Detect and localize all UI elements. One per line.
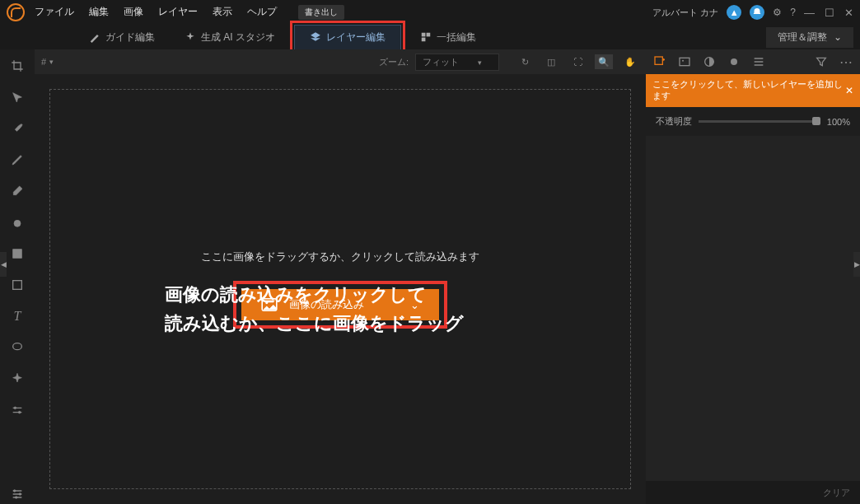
svg-point-18 bbox=[731, 58, 737, 65]
svg-point-16 bbox=[682, 60, 684, 62]
svg-point-10 bbox=[19, 493, 21, 496]
fullscreen-icon[interactable]: ⛶ bbox=[568, 54, 587, 69]
list-icon[interactable] bbox=[751, 54, 766, 69]
batch-icon bbox=[420, 31, 432, 43]
main-menu: ファイル 編集 画像 レイヤー 表示 ヘルプ 書き出し bbox=[35, 5, 344, 20]
right-collapse-handle[interactable]: ▶ bbox=[853, 252, 860, 277]
export-button[interactable]: 書き出し bbox=[298, 5, 344, 20]
canvas-toolbar: # ▾ ズーム: フィット ▾ ↻ ◫ ⛶ 🔍 ✋ bbox=[35, 49, 646, 74]
right-panel: ⋯ ここをクリックして、新しいレイヤーを追加します ✕ 不透明度 100% クリ… bbox=[646, 49, 860, 504]
notification-icon[interactable] bbox=[750, 5, 764, 20]
opacity-slider[interactable] bbox=[699, 120, 820, 123]
maximize-button[interactable]: ☐ bbox=[825, 7, 834, 19]
menu-help[interactable]: ヘルプ bbox=[247, 5, 277, 20]
settings-tool-icon[interactable] bbox=[7, 484, 27, 504]
opacity-label: 不透明度 bbox=[656, 115, 692, 128]
svg-rect-0 bbox=[422, 33, 426, 37]
panel-toolbar: ⋯ bbox=[646, 49, 860, 74]
mode-label: ガイド編集 bbox=[105, 30, 155, 44]
close-button[interactable]: ✕ bbox=[844, 7, 853, 19]
minimize-button[interactable]: — bbox=[804, 7, 815, 19]
crop-tool-icon[interactable] bbox=[7, 56, 27, 76]
svg-rect-4 bbox=[13, 250, 22, 259]
clear-button[interactable]: クリア bbox=[823, 487, 850, 499]
layers-icon bbox=[310, 31, 321, 43]
layer-list bbox=[646, 136, 860, 481]
filter-icon[interactable] bbox=[814, 54, 829, 69]
chevron-down-icon: ▾ bbox=[49, 58, 54, 66]
mode-batch-edit[interactable]: 一括編集 bbox=[405, 26, 491, 49]
rotate-icon[interactable]: ↻ bbox=[516, 54, 534, 69]
svg-point-9 bbox=[13, 490, 16, 492]
overlay-line2: 読み込むか、ここに画像をドラッグ bbox=[165, 309, 464, 338]
drag-hint-text: ここに画像をドラッグするか、クリックして読み込みます bbox=[201, 250, 479, 264]
grid-icon: # bbox=[41, 57, 46, 67]
pen-tool-icon[interactable] bbox=[7, 150, 27, 170]
tooltip-banner: ここをクリックして、新しいレイヤーを追加します ✕ bbox=[646, 74, 860, 107]
image-layer-icon[interactable] bbox=[677, 54, 692, 69]
settings-icon[interactable]: ⚙ bbox=[773, 7, 782, 18]
compare-icon[interactable]: ◫ bbox=[542, 54, 560, 69]
menu-layer[interactable]: レイヤー bbox=[158, 5, 198, 20]
svg-rect-5 bbox=[13, 281, 22, 290]
pan-tool-icon[interactable]: ✋ bbox=[621, 54, 639, 69]
canvas-area: # ▾ ズーム: フィット ▾ ↻ ◫ ⛶ 🔍 ✋ ここに画像 bbox=[35, 49, 646, 504]
mode-label: レイヤー編集 bbox=[326, 30, 386, 44]
svg-point-3 bbox=[14, 220, 21, 226]
menu-edit[interactable]: 編集 bbox=[89, 5, 109, 20]
zoom-value: フィット bbox=[423, 57, 459, 67]
chevron-down-icon: ⌄ bbox=[834, 31, 842, 43]
menu-view[interactable]: 表示 bbox=[213, 5, 232, 20]
blur-tool-icon[interactable] bbox=[7, 212, 27, 232]
grid-toggle[interactable]: # ▾ bbox=[41, 57, 54, 67]
brush-tool-icon[interactable] bbox=[7, 119, 27, 138]
tooltip-text: ここをクリックして、新しいレイヤーを追加します bbox=[652, 79, 845, 102]
mode-layer-edit[interactable]: レイヤー編集 bbox=[294, 25, 401, 50]
opacity-row: 不透明度 100% bbox=[646, 107, 860, 136]
admin-label: 管理＆調整 bbox=[778, 30, 827, 44]
svg-rect-1 bbox=[427, 33, 431, 37]
slider-thumb[interactable] bbox=[812, 117, 820, 125]
menu-file[interactable]: ファイル bbox=[35, 5, 74, 20]
admin-adjust-button[interactable]: 管理＆調整 ⌄ bbox=[766, 27, 853, 48]
left-toolbar: T bbox=[0, 49, 35, 504]
adjust-tool-icon[interactable] bbox=[7, 400, 27, 420]
user-avatar-icon[interactable]: ▲ bbox=[727, 5, 741, 20]
mode-label: 一括編集 bbox=[437, 30, 476, 44]
fill-tool-icon[interactable] bbox=[7, 244, 27, 264]
shape-tool-icon[interactable] bbox=[7, 275, 27, 295]
chevron-down-icon: ▾ bbox=[478, 58, 482, 67]
opacity-value: 100% bbox=[827, 117, 850, 127]
eraser-tool-icon[interactable] bbox=[7, 181, 27, 201]
svg-rect-2 bbox=[422, 38, 426, 42]
mode-label: 生成 AI スタジオ bbox=[201, 30, 275, 44]
panel-footer: クリア bbox=[646, 481, 860, 504]
mode-guide-edit[interactable]: ガイド編集 bbox=[74, 26, 170, 49]
wand-icon bbox=[89, 31, 100, 43]
left-collapse-handle[interactable]: ◀ bbox=[0, 252, 7, 277]
zoom-select[interactable]: フィット ▾ bbox=[415, 54, 499, 71]
svg-point-7 bbox=[14, 407, 16, 409]
effects-tool-icon[interactable] bbox=[7, 369, 27, 389]
svg-point-6 bbox=[13, 343, 22, 350]
overlay-instruction: 画像の読み込みをクリックして 読み込むか、ここに画像をドラッグ bbox=[165, 280, 464, 338]
more-icon[interactable]: ⋯ bbox=[839, 54, 853, 69]
svg-point-11 bbox=[15, 497, 17, 499]
titlebar: ファイル 編集 画像 レイヤー 表示 ヘルプ 書き出し アルバート カナ ▲ ⚙… bbox=[0, 0, 860, 25]
arrow-tool-icon[interactable] bbox=[7, 87, 27, 107]
mask-icon[interactable] bbox=[702, 54, 717, 69]
lasso-tool-icon[interactable] bbox=[7, 338, 27, 357]
tooltip-close-icon[interactable]: ✕ bbox=[845, 85, 853, 96]
overlay-line1: 画像の読み込みをクリックして bbox=[165, 280, 464, 309]
zoom-tool-icon[interactable]: 🔍 bbox=[595, 54, 613, 69]
help-icon[interactable]: ? bbox=[790, 7, 796, 18]
add-layer-icon[interactable] bbox=[652, 54, 667, 69]
username-label: アルバート カナ bbox=[652, 7, 718, 19]
text-tool-icon[interactable]: T bbox=[7, 306, 27, 326]
svg-rect-15 bbox=[680, 58, 689, 65]
mode-ai-studio[interactable]: 生成 AI スタジオ bbox=[170, 26, 290, 49]
adjust-layer-icon[interactable] bbox=[727, 54, 741, 69]
sparkle-icon bbox=[185, 31, 196, 43]
menu-image[interactable]: 画像 bbox=[124, 5, 143, 20]
mode-bar: ガイド編集 生成 AI スタジオ レイヤー編集 一括編集 管理＆調整 ⌄ bbox=[0, 25, 860, 49]
